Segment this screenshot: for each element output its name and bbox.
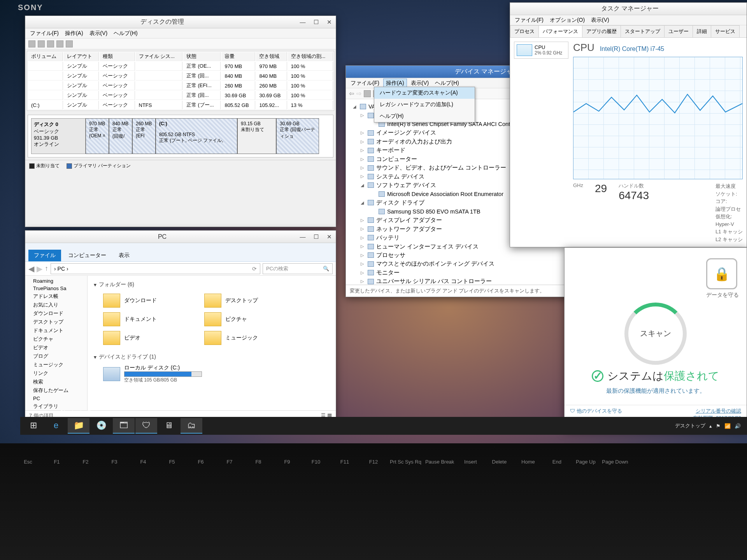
- expander-icon[interactable]: ▷: [361, 130, 365, 136]
- drive-item[interactable]: ローカル ディスク (C:) 空き領域 105 GB/805 GB: [94, 362, 330, 383]
- menu-item[interactable]: 表示(V): [87, 29, 110, 38]
- menu-item[interactable]: ヘルプ(H): [111, 29, 140, 38]
- expander-icon[interactable]: ◢: [361, 200, 365, 206]
- menu-item[interactable]: 表示(V): [589, 16, 612, 24]
- nav-item[interactable]: Roaming: [25, 277, 87, 285]
- volume-row[interactable]: シンプルベーシック正常 (OE...970 MB970 MB100 %: [28, 62, 333, 71]
- nav-back-icon[interactable]: ⇦: [349, 90, 354, 97]
- minimize-button[interactable]: —: [296, 17, 309, 28]
- desktop-icon-label[interactable]: Navigator2: [61, 409, 91, 416]
- column-header[interactable]: 空き領域: [256, 52, 287, 61]
- expander-icon[interactable]: ◢: [361, 182, 365, 189]
- taskmgr-tab[interactable]: アプリの履歴: [582, 25, 621, 37]
- menu-item[interactable]: ファイル(F): [512, 16, 546, 24]
- address-bar[interactable]: › PC › ⟳: [51, 263, 260, 274]
- volume-list-table[interactable]: ボリュームレイアウト種類ファイル シス...状態容量空き領域空き領域の割...シ…: [27, 51, 334, 111]
- search-input[interactable]: PCの検索 🔍: [263, 263, 333, 274]
- nav-item[interactable]: ビデオ: [25, 343, 87, 352]
- expander-icon[interactable]: ▷: [361, 261, 365, 267]
- expander-icon[interactable]: ▷: [361, 147, 365, 154]
- taskbar-app-4[interactable]: 🖥: [158, 418, 180, 434]
- disk-label-panel[interactable]: ディスク 0ベーシック931.39 GBオンライン: [31, 118, 86, 154]
- maximize-button[interactable]: ☐: [309, 231, 323, 242]
- taskmgr-tab[interactable]: スタートアップ: [621, 25, 665, 37]
- folder-item[interactable]: ダウンロード: [103, 294, 181, 308]
- toolbar-scan-icon[interactable]: [364, 90, 371, 97]
- toolbar-properties-icon[interactable]: [56, 40, 63, 47]
- toolbar-refresh-icon[interactable]: [47, 40, 54, 47]
- column-header[interactable]: 容量: [221, 52, 255, 61]
- partition-block[interactable]: 840 MB正常 (回復/: [109, 118, 132, 154]
- folder-item[interactable]: ミュージック: [204, 331, 282, 345]
- nav-item[interactable]: ピクチャ: [25, 335, 87, 343]
- column-header[interactable]: 空き領域の割...: [288, 52, 333, 61]
- expander-icon[interactable]: ▷: [361, 226, 365, 232]
- tray-chevron-icon[interactable]: ▴: [709, 423, 712, 429]
- expander-icon[interactable]: ▷: [361, 164, 365, 171]
- nav-item[interactable]: ミュージック: [25, 360, 87, 369]
- menu-item[interactable]: 表示(V): [409, 79, 431, 88]
- column-header[interactable]: 状態: [183, 52, 221, 61]
- taskmgr-tab[interactable]: プロセス: [510, 25, 539, 37]
- pc-titlebar[interactable]: PC — ☐ ✕: [25, 231, 336, 243]
- dropdown-item[interactable]: ヘルプ(H): [374, 110, 475, 122]
- nav-item[interactable]: デスクトップ: [25, 318, 87, 326]
- tray-volume-icon[interactable]: 🔊: [735, 423, 741, 429]
- volume-row[interactable]: シンプルベーシック正常 (EFI...260 MB260 MB100 %: [28, 81, 333, 90]
- nav-item[interactable]: リンク: [25, 369, 87, 378]
- ribbon-tab[interactable]: ファイル: [28, 250, 61, 261]
- nav-item[interactable]: アドレス帳: [25, 292, 87, 301]
- taskmgr-tab[interactable]: サービス: [711, 25, 740, 37]
- nav-forward-icon[interactable]: ▶: [37, 264, 42, 273]
- minimize-button[interactable]: —: [296, 231, 309, 242]
- navigation-pane[interactable]: RoamingTruePianos Saアドレス帳お気に入りダウンロードデスクト…: [25, 276, 88, 410]
- taskbar-app-1[interactable]: 💿: [90, 418, 112, 434]
- close-button[interactable]: ✕: [323, 17, 336, 28]
- folder-item[interactable]: ビデオ: [103, 331, 181, 345]
- column-header[interactable]: ボリューム: [28, 52, 63, 61]
- menu-item[interactable]: ファイル(F): [28, 29, 61, 38]
- sidebar-cpu[interactable]: CPU 2% 0.92 GHz: [514, 42, 568, 59]
- partition-block[interactable]: (C:)805.52 GB NTFS正常 (ブート, ページ ファイル,: [156, 118, 237, 154]
- expander-icon[interactable]: ▷: [361, 217, 365, 224]
- ribbon-tab[interactable]: 表示: [113, 250, 135, 261]
- taskbar-ie[interactable]: e: [45, 418, 67, 434]
- expander-icon[interactable]: ▷: [361, 156, 365, 163]
- taskbar-app-3[interactable]: 🛡: [135, 418, 157, 434]
- taskbar-app-5[interactable]: 🗂: [181, 418, 202, 434]
- volume-row[interactable]: (C:)シンプルベーシックNTFS正常 (ブー...805.52 GB105.9…: [28, 101, 333, 110]
- menu-item[interactable]: 操作(A): [63, 29, 86, 38]
- expander-icon[interactable]: ▷: [361, 173, 365, 180]
- folders-section-header[interactable]: ▾ フォルダー (6): [94, 280, 330, 290]
- refresh-icon[interactable]: ⟳: [252, 266, 257, 272]
- ribbon-tab[interactable]: コンピューター: [63, 250, 112, 261]
- expander-icon[interactable]: ▷: [361, 234, 365, 241]
- taskbar-app-2[interactable]: 🗔: [113, 418, 135, 434]
- lock-icon[interactable]: 🔒: [706, 258, 737, 289]
- tray-desktop-label[interactable]: デスクトップ: [675, 422, 705, 429]
- nav-item[interactable]: ダウンロード: [25, 309, 87, 318]
- nav-forward-icon[interactable]: ⇨: [356, 90, 361, 97]
- toolbar-help-icon[interactable]: [66, 40, 73, 47]
- tray-network-icon[interactable]: 📶: [724, 423, 731, 429]
- toolbar-forward-icon[interactable]: [38, 40, 45, 47]
- nav-item[interactable]: ドキュメント: [25, 326, 87, 335]
- volume-row[interactable]: シンプルベーシック正常 (回...840 MB840 MB100 %: [28, 72, 333, 80]
- column-header[interactable]: 種類: [100, 52, 135, 61]
- expander-icon[interactable]: ▷: [361, 138, 365, 145]
- nav-up-icon[interactable]: ↑: [45, 264, 48, 273]
- nav-back-icon[interactable]: ◀: [28, 264, 34, 273]
- serial-link[interactable]: シリアル番号の確認: [693, 408, 741, 415]
- scan-button[interactable]: スキャン: [624, 303, 687, 365]
- nav-item[interactable]: TruePianos Sa: [25, 285, 87, 292]
- menu-item[interactable]: ヘルプ(H): [433, 79, 461, 88]
- folder-item[interactable]: ピクチャ: [204, 312, 282, 326]
- partition-block[interactable]: 30.69 GB正常 (回復パーティショ: [276, 118, 319, 154]
- expander-icon[interactable]: ▷: [361, 243, 365, 250]
- menu-item[interactable]: ファイル(F): [348, 79, 382, 88]
- partition-block[interactable]: 970 MB正常 (OEM ﾊ: [86, 118, 109, 154]
- taskmgr-tab[interactable]: パフォーマンス: [538, 25, 582, 37]
- folder-item[interactable]: デスクトップ: [204, 294, 282, 308]
- dropdown-item[interactable]: レガシ ハードウェアの追加(L): [374, 99, 475, 110]
- expander-icon[interactable]: ▷: [361, 252, 365, 259]
